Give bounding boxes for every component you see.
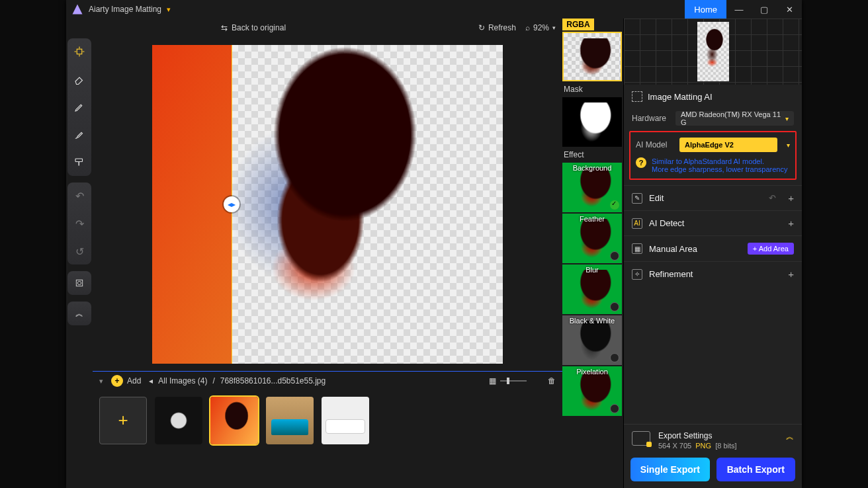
ai-model-select[interactable]: AlphaEdge V2 [679, 138, 777, 152]
right-panel: Image Matting AI Hardware AMD Radeon(TM)… [623, 19, 802, 488]
export-bits: [8 bits] [715, 442, 736, 450]
move-tool-icon[interactable] [70, 42, 89, 61]
mask-section-label: Mask [562, 83, 623, 96]
effect-thumb-pixel[interactable]: Pixelation [562, 366, 622, 416]
monitor-icon [632, 431, 650, 446]
app-title: Aiarty Image Matting [89, 5, 161, 14]
hardware-label: Hardware [632, 114, 670, 123]
effect-thumb-bw[interactable]: Black & White [562, 315, 622, 365]
zoom-value: 92% [533, 23, 549, 32]
expand-icon[interactable]: + [788, 268, 794, 280]
refresh-label: Refresh [488, 23, 516, 32]
export-settings[interactable]: Export Settings 564 X 705 PNG [8 bits] ︽ [624, 424, 802, 452]
plus-icon: + [753, 245, 759, 253]
batch-export-button[interactable]: Batch Export [716, 458, 796, 481]
export-format: PNG [695, 442, 711, 450]
thumb-size-slider[interactable] [500, 380, 527, 382]
app-title-chevron-icon[interactable]: ▾ [167, 5, 171, 14]
effect-thumb-blur[interactable]: Blur [562, 264, 622, 314]
plus-circle-icon: + [111, 375, 123, 387]
refinement-icon: ✧ [632, 269, 642, 280]
export-dimensions: 564 X 705 [658, 442, 691, 450]
trash-icon[interactable]: 🗑 [548, 376, 556, 386]
svg-rect-1 [77, 49, 82, 54]
ai-detect-section[interactable]: AI AI Detect + [624, 210, 802, 235]
zoom-icon: ⌕ [525, 23, 530, 32]
undo-icon[interactable]: ↶ [70, 186, 89, 205]
chevron-down-icon: ▾ [552, 24, 556, 31]
image-thumb[interactable] [155, 397, 202, 444]
footer-collapse-icon[interactable]: ▾ [99, 377, 103, 386]
all-images-label[interactable]: All Images (4) [158, 376, 207, 386]
refresh-button[interactable]: ↻ Refresh [478, 23, 516, 32]
export-settings-label: Export Settings [658, 431, 737, 440]
expand-icon[interactable]: + [788, 218, 794, 229]
current-filename: 768f85861016...d5b51e55.jpg [220, 376, 326, 386]
svg-point-4 [77, 281, 81, 284]
svg-marker-0 [73, 5, 83, 15]
app-logo-icon [71, 3, 83, 15]
hardware-value: AMD Radeon(TM) RX Vega 11 G [681, 110, 785, 126]
image-thumb[interactable] [210, 397, 258, 444]
svg-rect-3 [76, 280, 82, 286]
brush-tool-icon[interactable] [70, 126, 89, 144]
rgba-tab[interactable]: RGBA [562, 19, 594, 30]
eraser-tool-icon[interactable] [70, 70, 89, 89]
ai-model-hint: Similar to AlphaStandard AI model. More … [652, 157, 787, 173]
ai-model-highlight-box: AI Model AlphaEdge V2 ▾ ? Similar to Alp… [629, 131, 797, 180]
image-thumb[interactable] [266, 397, 314, 444]
expand-icon[interactable]: + [788, 192, 794, 204]
help-icon[interactable]: ? [636, 157, 646, 168]
mask-thumb[interactable] [562, 97, 622, 147]
pen-tool-icon[interactable] [70, 98, 89, 116]
zoom-control[interactable]: ⌕ 92% ▾ [525, 23, 556, 32]
matting-title: Image Matting AI [648, 92, 713, 102]
revert-icon[interactable]: ↺ [70, 242, 89, 261]
image-size-icon: ▦ [489, 376, 496, 386]
add-label: Add [127, 376, 141, 386]
manual-area-label: Manual Area [649, 244, 741, 254]
close-button[interactable]: ✕ [777, 0, 802, 19]
ai-model-value: AlphaEdge V2 [685, 141, 734, 149]
image-thumb[interactable] [322, 397, 369, 444]
expand-up-icon[interactable]: ︽ [786, 431, 794, 442]
add-image-tile[interactable]: + [99, 397, 147, 444]
roller-tool-icon[interactable] [70, 153, 89, 172]
swap-icon: ⇆ [221, 23, 228, 32]
undo-icon[interactable]: ↶ [769, 193, 776, 203]
back-to-original-button[interactable]: ⇆ Back to original [221, 23, 286, 32]
ai-model-label: AI Model [636, 140, 674, 149]
single-export-button[interactable]: Single Export [630, 458, 710, 481]
left-toolbar: ↶ ↷ ↺ ︽ [66, 19, 93, 488]
chevron-down-icon: ▾ [785, 115, 789, 122]
matting-icon [632, 91, 642, 102]
home-button[interactable]: Home [685, 0, 726, 19]
manual-area-section[interactable]: ▦ Manual Area + Add Area [624, 235, 802, 261]
add-images-button[interactable]: + Add [111, 375, 141, 387]
effect-thumb-feather[interactable]: Feather [562, 214, 622, 263]
edit-icon: ✎ [632, 193, 642, 204]
add-area-button[interactable]: + Add Area [748, 243, 794, 255]
output-preview [624, 19, 802, 85]
edit-section[interactable]: ✎ Edit ↶ + [624, 185, 802, 210]
preview-strip: RGBA Mask Effect Background Feather Blur… [562, 19, 623, 488]
chevron-down-icon[interactable]: ▾ [787, 142, 790, 149]
redo-icon[interactable]: ↷ [70, 214, 89, 233]
refinement-section[interactable]: ✧ Refinement + [624, 261, 802, 286]
canvas-stage[interactable]: ◂▸ [93, 37, 562, 371]
back-to-original-label: Back to original [232, 23, 286, 32]
crop-tool-icon[interactable] [70, 274, 89, 292]
refinement-label: Refinement [649, 269, 781, 279]
effect-thumb-background[interactable]: Background [562, 163, 622, 212]
maximize-button[interactable]: ▢ [752, 0, 777, 19]
minimize-button[interactable]: — [726, 0, 752, 19]
back-arrow-icon[interactable]: ◂ [149, 376, 153, 386]
refresh-icon: ↻ [478, 23, 485, 32]
compare-handle-icon[interactable]: ◂▸ [224, 196, 239, 212]
ai-detect-icon: AI [632, 218, 642, 229]
ai-detect-label: AI Detect [649, 218, 781, 228]
rgba-thumb[interactable] [562, 32, 622, 81]
svg-rect-2 [75, 159, 83, 162]
collapse-toolbar-icon[interactable]: ︽ [70, 304, 89, 323]
hardware-select[interactable]: AMD Radeon(TM) RX Vega 11 G ▾ [675, 111, 794, 126]
